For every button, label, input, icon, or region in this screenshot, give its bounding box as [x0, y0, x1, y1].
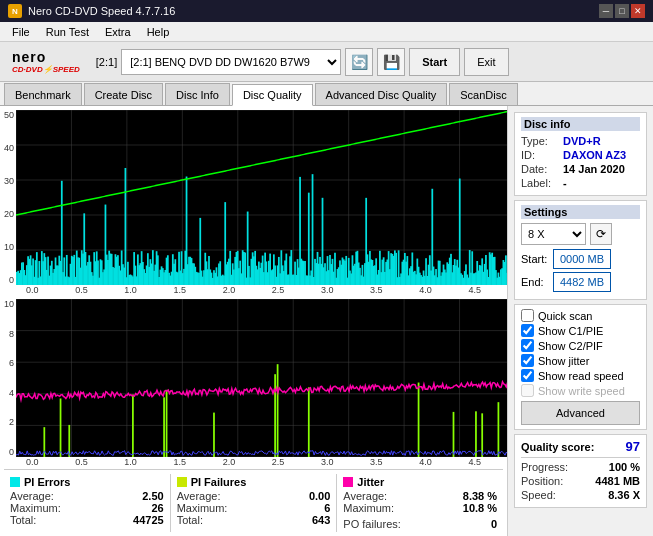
show-write-speed-checkbox[interactable] [521, 384, 534, 397]
pif-max-label: Maximum: [177, 502, 228, 514]
maximize-button[interactable]: □ [615, 4, 629, 18]
start-input[interactable] [553, 249, 611, 269]
tab-disc-quality[interactable]: Disc Quality [232, 84, 313, 106]
menu-run-test[interactable]: Run Test [38, 24, 97, 40]
show-c2-label: Show C2/PIF [538, 340, 603, 352]
start-button[interactable]: Start [409, 48, 460, 76]
exit-button[interactable]: Exit [464, 48, 508, 76]
lower-chart-canvas [16, 299, 508, 457]
pif-avg-label: Average: [177, 490, 221, 502]
pi-max-val: 26 [151, 502, 163, 514]
id-label: ID: [521, 149, 559, 161]
pi-failures-label: PI Failures [191, 476, 247, 488]
advanced-button[interactable]: Advanced [521, 401, 640, 425]
show-write-speed-row: Show write speed [521, 384, 640, 397]
minimize-button[interactable]: ─ [599, 4, 613, 18]
settings-title: Settings [521, 205, 640, 219]
jit-max-val: 10.8 % [463, 502, 497, 514]
show-c2-checkbox[interactable] [521, 339, 534, 352]
label-label: Label: [521, 177, 559, 189]
titlebar-controls[interactable]: ─ □ ✕ [599, 4, 645, 18]
upper-chart-canvas [16, 110, 508, 285]
close-button[interactable]: ✕ [631, 4, 645, 18]
menu-extra[interactable]: Extra [97, 24, 139, 40]
speed-row: 8 X ⟳ [521, 223, 640, 245]
show-c1-checkbox[interactable] [521, 324, 534, 337]
pif-total-label: Total: [177, 514, 203, 526]
show-jitter-label: Show jitter [538, 355, 589, 367]
pif-max-val: 6 [324, 502, 330, 514]
quality-score-value: 97 [626, 439, 640, 454]
show-read-speed-row: Show read speed [521, 369, 640, 382]
po-failures-label: PO failures: [343, 518, 400, 530]
show-jitter-row: Show jitter [521, 354, 640, 367]
nero-logo: nero CD·DVD⚡SPEED [4, 47, 88, 76]
disc-type-row: Type: DVD+R [521, 135, 640, 147]
quality-section: Quality score: 97 Progress: 100 % Positi… [514, 434, 647, 508]
pi-total-label: Total: [10, 514, 36, 526]
lower-x-axis: 0.00.51.01.52.02.53.03.54.04.5 [4, 457, 503, 467]
show-read-speed-checkbox[interactable] [521, 369, 534, 382]
tab-disc-info[interactable]: Disc Info [165, 83, 230, 105]
chart-area: 50403020100 201612840 0.00.51.01.52.02.5… [0, 106, 508, 536]
settings-section: Settings 8 X ⟳ Start: End: [514, 200, 647, 300]
progress-value: 100 % [609, 461, 640, 473]
type-label: Type: [521, 135, 559, 147]
disc-info-title: Disc info [521, 117, 640, 131]
disc-label-row: Label: - [521, 177, 640, 189]
quick-scan-row: Quick scan [521, 309, 640, 322]
save-button[interactable]: 💾 [377, 48, 405, 76]
lower-y-axis-left: 1086420 [4, 299, 16, 457]
pi-failures-color [177, 477, 187, 487]
start-label: Start: [521, 253, 549, 265]
end-label: End: [521, 276, 549, 288]
end-input[interactable] [553, 272, 611, 292]
start-mb-row: Start: [521, 249, 640, 269]
tab-scan-disc[interactable]: ScanDisc [449, 83, 517, 105]
po-failures-val: 0 [491, 518, 497, 530]
show-jitter-checkbox[interactable] [521, 354, 534, 367]
progress-label: Progress: [521, 461, 568, 473]
separator [521, 457, 640, 458]
jitter-block: Jitter Average: 8.38 % Maximum: 10.8 % P… [337, 474, 503, 532]
tabs: Benchmark Create Disc Disc Info Disc Qua… [0, 82, 653, 106]
quick-scan-checkbox[interactable] [521, 309, 534, 322]
tab-create-disc[interactable]: Create Disc [84, 83, 163, 105]
settings-icon-button[interactable]: ⟳ [590, 223, 612, 245]
upper-y-axis-left: 50403020100 [4, 110, 16, 285]
pi-errors-block: PI Errors Average: 2.50 Maximum: 26 Tota… [4, 474, 171, 532]
speed-select[interactable]: 8 X [521, 223, 586, 245]
date-value: 14 Jan 2020 [563, 163, 625, 175]
refresh-button[interactable]: 🔄 [345, 48, 373, 76]
speed-row: Speed: 8.36 X [521, 489, 640, 501]
nero-text: nero [12, 49, 80, 65]
menu-file[interactable]: File [4, 24, 38, 40]
upper-x-axis: 0.00.51.01.52.02.53.03.54.04.5 [4, 285, 503, 295]
app-title: Nero CD-DVD Speed 4.7.7.16 [28, 5, 175, 17]
speed-value: 8.36 X [608, 489, 640, 501]
end-mb-row: End: [521, 272, 640, 292]
pi-avg-label: Average: [10, 490, 54, 502]
menu-help[interactable]: Help [139, 24, 178, 40]
drive-select[interactable]: [2:1] BENQ DVD DD DW1620 B7W9 [121, 49, 341, 75]
show-c1-row: Show C1/PIE [521, 324, 640, 337]
show-read-speed-label: Show read speed [538, 370, 624, 382]
progress-row: Progress: 100 % [521, 461, 640, 473]
menubar: File Run Test Extra Help [0, 22, 653, 42]
pi-max-label: Maximum: [10, 502, 61, 514]
nero-sub: CD·DVD⚡SPEED [12, 65, 80, 74]
position-value: 4481 MB [595, 475, 640, 487]
stats-row: PI Errors Average: 2.50 Maximum: 26 Tota… [4, 469, 503, 532]
app-icon: N [8, 4, 22, 18]
tab-benchmark[interactable]: Benchmark [4, 83, 82, 105]
drive-label: [2:1] [96, 56, 117, 68]
disc-info-section: Disc info Type: DVD+R ID: DAXON AZ3 Date… [514, 112, 647, 196]
type-value: DVD+R [563, 135, 601, 147]
date-label: Date: [521, 163, 559, 175]
pi-errors-label: PI Errors [24, 476, 70, 488]
tab-advanced-disc-quality[interactable]: Advanced Disc Quality [315, 83, 448, 105]
jit-avg-val: 8.38 % [463, 490, 497, 502]
id-value: DAXON AZ3 [563, 149, 626, 161]
titlebar-left: N Nero CD-DVD Speed 4.7.7.16 [8, 4, 175, 18]
show-c2-row: Show C2/PIF [521, 339, 640, 352]
